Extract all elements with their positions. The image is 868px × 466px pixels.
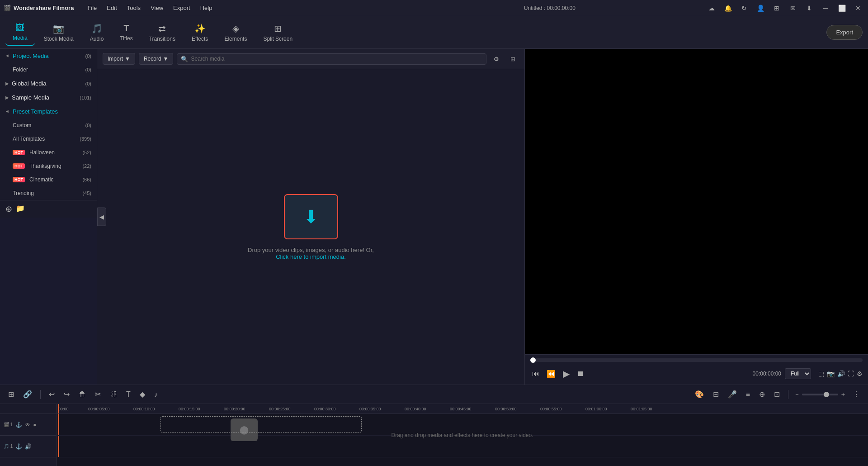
sidebar-collapse-button[interactable]: ◀ [97, 208, 106, 226]
add-media-button[interactable]: ⊕ [5, 204, 12, 214]
audio-mute-icon[interactable]: 🔊 [25, 443, 32, 450]
link-button[interactable]: 🔗 [20, 388, 35, 400]
sidebar: ▼ Project Media (0) Folder (0) ▶ Global … [0, 49, 97, 200]
visibility-icon[interactable]: 👁 [25, 422, 30, 428]
record-arrow-icon: ▼ [163, 56, 169, 62]
redo-button[interactable]: ↪ [61, 388, 72, 400]
lock-icon[interactable]: ⚓ [15, 422, 22, 428]
toolbar-effects[interactable]: ✨ Effects [184, 19, 215, 46]
cinematic-count: (66) [82, 177, 91, 182]
zoom-out-button[interactable]: － [794, 390, 800, 399]
menu-view[interactable]: View [146, 3, 168, 13]
menu-file[interactable]: File [83, 3, 101, 13]
close-btn[interactable]: ✕ [852, 2, 864, 14]
unlink-button[interactable]: ⛓ [107, 389, 120, 400]
download-btn[interactable]: ⬇ [803, 2, 816, 14]
import-button[interactable]: Import ▼ [103, 53, 135, 65]
sidebar-item-global-media[interactable]: ▶ Global Media (0) [0, 76, 97, 90]
preview-progress-bar[interactable] [530, 358, 863, 362]
view-toggle-button[interactable]: ⊞ [506, 52, 519, 65]
project-media-arrow: ▼ [5, 54, 10, 58]
audio-button[interactable]: ♪ [151, 389, 160, 400]
logo-icon: 🎬 [4, 5, 11, 11]
add-track-button[interactable]: ⊞ [5, 388, 17, 400]
grid-btn[interactable]: ⊞ [770, 2, 783, 14]
subtitle-btn[interactable]: ⊡ [771, 388, 783, 400]
toolbar-stock-media[interactable]: 📷 Stock Media [37, 19, 81, 46]
user-btn[interactable]: 👤 [754, 2, 767, 14]
video-drop-zone[interactable] [160, 416, 362, 433]
video-track-label: 🎬 1 ⚓ 👁 ● [0, 414, 56, 436]
step-back-button[interactable]: ⏪ [545, 368, 557, 380]
toolbar-audio[interactable]: 🎵 Audio [83, 19, 111, 46]
folder-count: (0) [85, 67, 91, 72]
sync-btn[interactable]: ↻ [738, 2, 750, 14]
timeline-settings-btn[interactable]: ⋮ [850, 388, 863, 400]
sidebar-item-folder[interactable]: Folder (0) [0, 63, 97, 76]
toolbar-media[interactable]: 🖼 Media [5, 19, 35, 46]
search-box: 🔍 [177, 53, 486, 65]
sidebar-item-custom[interactable]: Custom (0) [0, 119, 97, 132]
fit-button[interactable]: ⬚ [818, 370, 824, 377]
sidebar-item-halloween[interactable]: HOT Halloween (52) [0, 146, 97, 159]
preview-playhead[interactable] [530, 357, 536, 363]
export-button[interactable]: Export [826, 25, 863, 40]
toolbar-elements[interactable]: ◈ Elements [217, 19, 254, 46]
merge-btn[interactable]: ⊕ [756, 388, 768, 400]
sidebar-item-all-templates[interactable]: All Templates (399) [0, 132, 97, 146]
sidebar-item-cinematic[interactable]: HOT Cinematic (66) [0, 173, 97, 186]
sidebar-item-project-media[interactable]: ▼ Project Media (0) [0, 49, 97, 63]
screenshot-button[interactable]: 📷 [827, 370, 835, 377]
menu-help[interactable]: Help [196, 3, 217, 13]
toolbar-effects-label: Effects [192, 36, 208, 42]
drop-box[interactable]: ⬇ [284, 194, 338, 239]
keyframe-button[interactable]: ◆ [137, 388, 148, 400]
cloud-btn[interactable]: ☁ [705, 2, 718, 14]
zoom-slider[interactable] [802, 394, 838, 395]
settings-button[interactable]: ⚙ [857, 370, 863, 377]
quality-select[interactable]: Full 1/2 1/4 1/8 [785, 368, 811, 379]
eye-icon[interactable]: ● [33, 422, 36, 428]
maximize-btn[interactable]: ⬜ [835, 2, 848, 14]
ruler-mark-10: 00:00:50:00 [495, 407, 517, 411]
audio-lock-icon[interactable]: ⚓ [15, 443, 22, 450]
undo-button[interactable]: ↩ [46, 388, 57, 400]
app-logo: 🎬 Wondershare Filmora [4, 5, 74, 11]
import-label: Import [108, 56, 123, 62]
sidebar-item-sample-media[interactable]: ▶ Sample Media (101) [0, 90, 97, 105]
menu-tools[interactable]: Tools [123, 3, 145, 13]
text-button[interactable]: T [123, 389, 133, 400]
fullscreen-button[interactable]: ⛶ [848, 370, 854, 377]
menu-export[interactable]: Export [169, 3, 195, 13]
import-link[interactable]: Click here to import media. [276, 253, 346, 260]
menu-edit[interactable]: Edit [102, 3, 121, 13]
toolbar-titles[interactable]: T Titles [113, 19, 140, 45]
volume-button[interactable]: 🔊 [837, 370, 845, 377]
snap-btn[interactable]: ⊟ [710, 388, 722, 400]
sidebar-item-thanksgiving[interactable]: HOT Thanksgiving (22) [0, 159, 97, 173]
search-input[interactable] [191, 56, 482, 62]
record-button[interactable]: Record ▼ [139, 53, 174, 65]
play-button[interactable]: ▶ [561, 366, 571, 381]
split-screen-icon: ⊞ [274, 23, 282, 34]
bell-btn[interactable]: 🔔 [722, 2, 734, 14]
sidebar-item-preset-templates[interactable]: ▼ Preset Templates [0, 105, 97, 119]
minimize-btn[interactable]: ─ [819, 2, 832, 14]
voice-btn[interactable]: 🎤 [725, 388, 740, 400]
delete-button[interactable]: 🗑 [76, 389, 89, 400]
toolbar-transitions-label: Transitions [149, 36, 175, 42]
mail-btn[interactable]: ✉ [787, 2, 799, 14]
cut-button[interactable]: ✂ [92, 388, 104, 400]
toolbar-split-screen[interactable]: ⊞ Split Screen [256, 19, 300, 46]
filter-button[interactable]: ⚙ [490, 52, 503, 65]
color-correct-btn[interactable]: 🎨 [692, 388, 707, 400]
rewind-button[interactable]: ⏮ [530, 368, 541, 380]
ruler-mark-7: 00:00:35:00 [359, 407, 381, 411]
adjust-btn[interactable]: ≡ [743, 389, 753, 400]
sidebar-item-trending[interactable]: Trending (45) [0, 186, 97, 200]
zoom-in-button[interactable]: ＋ [840, 390, 846, 399]
toolbar-transitions[interactable]: ⇄ Transitions [142, 19, 183, 46]
audio-track-label: 🎵 1 ⚓ 🔊 [0, 436, 56, 457]
folder-button[interactable]: 📁 [16, 204, 25, 214]
stop-button[interactable]: ⏹ [575, 368, 586, 380]
